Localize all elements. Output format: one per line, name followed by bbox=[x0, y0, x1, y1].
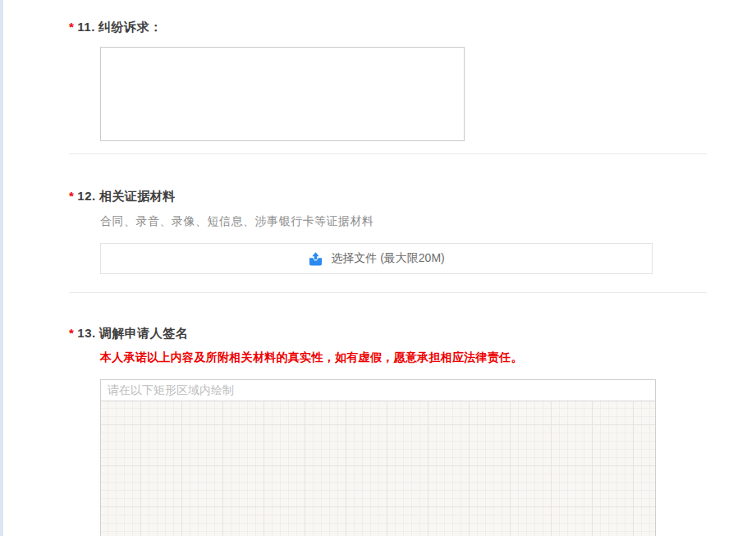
question-title: 调解申请人签名 bbox=[99, 326, 189, 340]
required-marker: * bbox=[69, 189, 74, 203]
signature-pad: 请在以下矩形区域内绘制 bbox=[100, 379, 656, 536]
required-marker: * bbox=[69, 20, 74, 34]
question-number: 11. bbox=[77, 20, 95, 34]
dispute-demands-textarea[interactable] bbox=[100, 47, 465, 141]
signature-placeholder-text: 请在以下矩形区域内绘制 bbox=[101, 380, 655, 401]
signature-commitment-warning: 本人承诺以上内容及所附相关材料的真实性，如有虚假，愿意承担相应法律责任。 bbox=[100, 350, 726, 365]
page-left-edge-strip bbox=[0, 0, 3, 536]
upload-icon bbox=[308, 251, 323, 267]
choose-file-button[interactable]: 选择文件 (最大限20M) bbox=[100, 243, 653, 274]
required-marker: * bbox=[69, 326, 74, 340]
question-number: 13. bbox=[77, 326, 95, 340]
section-divider bbox=[69, 292, 707, 293]
question-title: 相关证据材料 bbox=[99, 189, 176, 203]
signature-drawing-area[interactable] bbox=[101, 401, 655, 536]
question-11-label: *11.纠纷诉求： bbox=[69, 20, 726, 35]
section-divider bbox=[69, 153, 707, 154]
question-number: 12. bbox=[77, 189, 95, 203]
question-12-label: *12.相关证据材料 bbox=[69, 189, 726, 204]
question-title: 纠纷诉求： bbox=[99, 20, 163, 34]
question-13-label: *13.调解申请人签名 bbox=[69, 326, 726, 341]
form-content: *11.纠纷诉求： *12.相关证据材料 合同、录音、录像、短信息、涉事银行卡等… bbox=[69, 0, 726, 536]
choose-file-label: 选择文件 (最大限20M) bbox=[331, 251, 444, 266]
question-12-description: 合同、录音、录像、短信息、涉事银行卡等证据材料 bbox=[100, 214, 726, 229]
